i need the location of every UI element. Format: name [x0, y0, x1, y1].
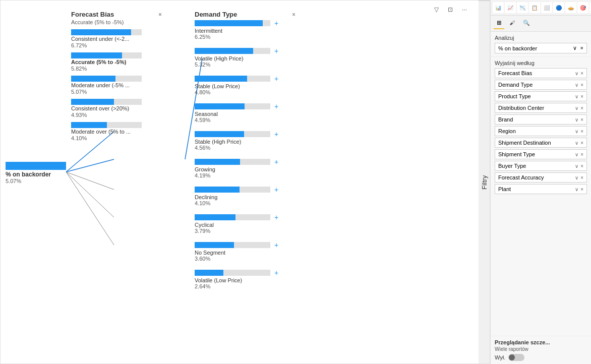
demand-item[interactable]: + Intermittent 6.25%	[195, 19, 296, 40]
demand-item[interactable]: + Volatile (High Price) 5.32%	[195, 47, 296, 68]
filter-item-controls: ∨ ×	[575, 152, 583, 157]
demand-item[interactable]: + Growing 4.19%	[195, 158, 296, 178]
demand-bar-track	[195, 159, 270, 165]
forecast-bar-fill	[71, 122, 107, 128]
demand-plus-icon[interactable]: +	[274, 130, 278, 138]
demand-type-panel: Demand Type × + Intermittent 6.25% + Vol…	[195, 11, 296, 292]
chart-icon-7[interactable]: 🥧	[565, 2, 576, 13]
demand-item-label: Seasonal	[195, 111, 296, 117]
demand-item[interactable]: + Declining 4.10%	[195, 186, 296, 206]
forecast-panel-close[interactable]: ×	[158, 11, 162, 18]
browse-section: Przeglądanie szcze... Wiele raportów Wył…	[491, 336, 591, 364]
filter-chevron-icon[interactable]: ∨	[575, 105, 578, 111]
demand-bar-fill	[195, 159, 240, 165]
forecast-panel-subtitle: Accurate (5% to -5%)	[71, 19, 162, 25]
tab-analytics[interactable]: 🔍	[520, 18, 533, 29]
demand-item[interactable]: + Stable (Low Price) 4.80%	[195, 75, 296, 95]
filter-remove-icon[interactable]: ×	[580, 175, 583, 180]
demand-plus-icon[interactable]: +	[274, 158, 278, 166]
demand-plus-icon[interactable]: +	[274, 186, 278, 194]
filter-item-forecast-accuracy[interactable]: Forecast Accuracy ∨ ×	[495, 172, 587, 183]
forecast-item-value: 6.72%	[71, 42, 162, 48]
demand-plus-icon[interactable]: +	[274, 213, 278, 221]
filter-remove-icon[interactable]: ×	[580, 163, 583, 169]
filtry-tab[interactable]: Filtry	[479, 1, 490, 363]
filter-remove-icon[interactable]: ×	[580, 129, 583, 134]
toggle-switch[interactable]	[508, 354, 524, 361]
analyze-select[interactable]: % on backorder ∨ ×	[495, 43, 587, 53]
filter-remove-icon[interactable]: ×	[580, 105, 583, 111]
filter-remove-icon[interactable]: ×	[580, 71, 583, 76]
filter-item-shipment-type[interactable]: Shipment Type ∨ ×	[495, 149, 587, 159]
demand-item[interactable]: + Seasonal 4.59%	[195, 102, 296, 123]
filter-item-controls: ∨ ×	[575, 94, 583, 99]
demand-plus-icon[interactable]: +	[274, 102, 278, 110]
filter-item-demand-type[interactable]: Demand Type ∨ ×	[495, 80, 587, 90]
chart-icon-2[interactable]: 📈	[505, 2, 516, 13]
filter-remove-icon[interactable]: ×	[580, 117, 583, 123]
filter-chevron-icon[interactable]: ∨	[575, 187, 578, 192]
chart-icon-8[interactable]: 🎯	[577, 2, 588, 13]
filter-item-label: Buyer Type	[498, 163, 526, 169]
chart-icon-3[interactable]: 📉	[517, 2, 528, 13]
demand-plus-icon[interactable]: +	[274, 19, 278, 27]
filter-chevron-icon[interactable]: ∨	[575, 94, 578, 99]
demand-bar-fill	[195, 242, 234, 248]
analyze-chevron[interactable]: ∨	[573, 45, 577, 51]
filter-chevron-icon[interactable]: ∨	[575, 71, 578, 76]
filter-item-forecast-bias[interactable]: Forecast Bias ∨ ×	[495, 68, 587, 78]
filter-remove-icon[interactable]: ×	[580, 94, 583, 99]
demand-panel-close[interactable]: ×	[292, 11, 296, 18]
forecast-item[interactable]: Moderate over (5% to ... 4.10%	[71, 122, 162, 141]
filter-remove-icon[interactable]: ×	[580, 187, 583, 192]
forecast-item-label: Moderate under (-5% ...	[71, 82, 162, 88]
filter-chevron-icon[interactable]: ∨	[575, 175, 578, 180]
forecast-item[interactable]: Consistent under (<-2... 6.72%	[71, 29, 162, 48]
chart-icon-5[interactable]: ⬜	[541, 2, 552, 13]
chart-icon-1[interactable]: 📊	[493, 2, 504, 13]
filter-remove-icon[interactable]: ×	[580, 82, 583, 88]
filter-item-shipment-destination[interactable]: Shipment Destination ∨ ×	[495, 138, 587, 148]
chart-icon-6[interactable]: 🔵	[553, 2, 564, 13]
demand-plus-icon[interactable]: +	[274, 75, 278, 83]
forecast-item[interactable]: Consistent over (>20%) 4.93%	[71, 99, 162, 118]
demand-item[interactable]: + Volatile (Low Price) 2.64%	[195, 269, 296, 289]
explain-section: Wyjaśnij według Forecast Bias ∨ × Demand…	[491, 57, 591, 336]
demand-panel-title: Demand Type	[195, 11, 237, 18]
demand-item-value: 3.79%	[195, 228, 296, 234]
filter-item-distribution-center[interactable]: Distribution Center ∨ ×	[495, 103, 587, 113]
filter-item-product-type[interactable]: Product Type ∨ ×	[495, 91, 587, 101]
forecast-item-label: Consistent under (<-2...	[71, 36, 162, 42]
tab-fields[interactable]: ⊞	[494, 18, 504, 29]
filter-chevron-icon[interactable]: ∨	[575, 140, 578, 146]
demand-plus-icon[interactable]: +	[274, 269, 278, 277]
forecast-item[interactable]: Accurate (5% to -5%) 5.82%	[71, 52, 162, 72]
filter-item-brand[interactable]: Brand ∨ ×	[495, 114, 587, 125]
forecast-item-value: 5.82%	[71, 66, 162, 72]
analyze-close[interactable]: ×	[580, 45, 583, 51]
filter-item-buyer-type[interactable]: Buyer Type ∨ ×	[495, 161, 587, 171]
svg-line-4	[66, 172, 114, 245]
filter-remove-icon[interactable]: ×	[580, 140, 583, 146]
filter-item-label: Shipment Destination	[498, 140, 551, 146]
demand-bar-track	[195, 242, 270, 248]
demand-plus-icon[interactable]: +	[274, 241, 278, 249]
filter-chevron-icon[interactable]: ∨	[575, 129, 578, 134]
filter-chevron-icon[interactable]: ∨	[575, 82, 578, 88]
filter-remove-icon[interactable]: ×	[580, 152, 583, 157]
filter-item-plant[interactable]: Plant ∨ ×	[495, 184, 587, 194]
filter-chevron-icon[interactable]: ∨	[575, 117, 578, 123]
filter-item-controls: ∨ ×	[575, 82, 583, 88]
demand-item[interactable]: + No Segment 3.60%	[195, 241, 296, 262]
demand-item[interactable]: + Stable (High Price) 4.56%	[195, 130, 296, 151]
filter-item-label: Distribution Center	[498, 105, 544, 111]
chart-icon-4[interactable]: 📋	[529, 2, 540, 13]
filter-item-region[interactable]: Region ∨ ×	[495, 126, 587, 136]
demand-item[interactable]: + Cyclical 3.79%	[195, 213, 296, 234]
filter-items-container: Forecast Bias ∨ × Demand Type ∨ × Produc…	[495, 68, 587, 194]
tab-format[interactable]: 🖌	[506, 18, 518, 29]
filter-chevron-icon[interactable]: ∨	[575, 152, 578, 157]
demand-plus-icon[interactable]: +	[274, 47, 278, 55]
filter-chevron-icon[interactable]: ∨	[575, 163, 578, 169]
forecast-item[interactable]: Moderate under (-5% ... 5.07%	[71, 76, 162, 95]
